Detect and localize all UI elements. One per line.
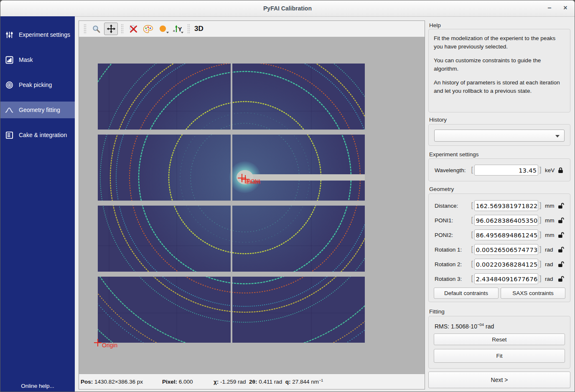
svg-text:a: a: [173, 29, 175, 33]
sidebar-item-label: Mask: [19, 56, 33, 63]
zoom-tool-button[interactable]: [89, 23, 103, 35]
lock-open-icon[interactable]: [558, 276, 565, 282]
palette-icon: [143, 25, 153, 33]
status-pixel: Pixel: 6.000: [162, 379, 193, 385]
sidebar-item-cake-integration[interactable]: Cake & integration: [0, 127, 75, 143]
peak-curve-icon: [5, 106, 13, 114]
wavelength-input[interactable]: 13.45: [474, 165, 539, 176]
mask-icon: [5, 56, 13, 64]
poni-label: PONI: [247, 178, 260, 184]
reset-button[interactable]: Reset: [434, 333, 565, 345]
rotation-3-input[interactable]: 2.43484091677676: [474, 273, 539, 284]
poni2-label: PONI2:: [435, 232, 471, 238]
sidebar-item-experiment-settings[interactable]: Experiment settings: [0, 26, 75, 43]
orange-circle-icon: [159, 25, 167, 33]
fitting-box: RMS: 1.5068·10−04 rad Reset Fit: [428, 316, 570, 369]
lock-open-icon[interactable]: [558, 217, 565, 224]
next-button[interactable]: Next >: [428, 372, 570, 388]
pan-icon: [107, 24, 116, 33]
help-paragraph: You can customize constraints to guide t…: [434, 56, 565, 73]
cake-icon: [5, 131, 13, 139]
y-axis-scale-button[interactable]: a Y: [170, 23, 184, 35]
wavelength-label: Wavelength:: [435, 167, 471, 173]
rms-value: RMS: 1.5068·10−04 rad: [435, 322, 494, 330]
wavelength-unit: keV: [545, 167, 557, 173]
poni1-input[interactable]: 96.0628386405350: [474, 215, 539, 226]
dropdown-arrow-icon: [181, 32, 183, 33]
rings-icon: [5, 81, 13, 89]
toolbar-drag-handle[interactable]: [187, 24, 190, 34]
poni2-row: PONI2:[86.4956894861245]mm: [435, 229, 565, 241]
diffraction-image[interactable]: Beam PONI Origin: [79, 37, 425, 375]
red-cross-magnifier-icon: [129, 24, 138, 34]
lock-open-icon[interactable]: [558, 232, 565, 238]
experiment-section-title: Experiment settings: [429, 151, 479, 158]
online-help-link[interactable]: Online help...: [0, 383, 75, 389]
plot-canvas[interactable]: Beam PONI Origin: [79, 37, 425, 375]
geometry-box: Distance:[162.569381971822]mmPONI1:[96.0…: [428, 193, 570, 302]
rotation-1-row: Rotation 1:[0.00526506574773]rad: [435, 244, 565, 255]
minimize-button[interactable]: –: [544, 0, 555, 16]
sidebar-item-label: Peak picking: [19, 81, 52, 88]
poni2-unit: mm: [545, 232, 557, 238]
rotation-1-input[interactable]: 0.00526506574773: [474, 244, 539, 255]
poni2-input[interactable]: 86.4956894861245: [474, 229, 539, 240]
status-pos: Pos: 1430.82×386.36 px: [81, 379, 143, 385]
poni1-unit: mm: [545, 217, 557, 224]
close-button[interactable]: ×: [560, 0, 570, 16]
toolbar-drag-handle[interactable]: [121, 24, 124, 34]
origin-label: Origin: [102, 342, 117, 349]
dropdown-arrow-icon: [166, 32, 169, 33]
poni1-row: PONI1:[96.0628386405350]mm: [435, 214, 565, 226]
rotation-2-input[interactable]: 0.00220368284125: [474, 259, 539, 270]
lock-closed-icon[interactable]: [558, 167, 565, 173]
fitting-section-title: Fitting: [429, 308, 445, 315]
history-combobox[interactable]: [434, 130, 565, 142]
lock-open-icon[interactable]: [558, 261, 565, 267]
lock-open-icon[interactable]: [558, 203, 565, 209]
rotation-1-label: Rotation 1:: [435, 247, 471, 253]
statusbar: Pos: 1430.82×386.36 px Pixel: 6.000 χ: -…: [79, 374, 425, 389]
colormap-button[interactable]: [141, 23, 155, 35]
titlebar: PyFAI Calibration – ×: [0, 0, 575, 17]
marker-color-button[interactable]: [156, 23, 170, 35]
experiment-box: Wavelength: [ 13.45 ] keV: [428, 158, 570, 181]
sidebar-item-label: Geometry fitting: [19, 107, 60, 113]
status-angles: χ: -1.259 rad 2θ: 0.411 rad q: 27.844 nm…: [214, 378, 323, 385]
sidebar-item-label: Experiment settings: [19, 31, 70, 38]
rotation-1-unit: rad: [545, 247, 557, 253]
distance-row: Distance:[162.569381971822]mm: [435, 200, 565, 211]
pan-tool-button[interactable]: [104, 23, 118, 35]
wavelength-row: Wavelength: [ 13.45 ] keV: [435, 164, 565, 176]
geometry-section-title: Geometry: [429, 186, 454, 192]
reset-zoom-button[interactable]: [127, 23, 140, 35]
magnifier-icon: [92, 25, 101, 33]
sidebar: Experiment settingsMaskPeak pickingGeome…: [0, 16, 75, 392]
app-window: PyFAI Calibration – × Experiment setting…: [0, 0, 575, 392]
rotation-3-unit: rad: [545, 276, 557, 282]
toolbar-drag-handle[interactable]: [84, 24, 87, 34]
help-paragraph: Fit the modelization of the experient to…: [434, 34, 565, 51]
sidebar-item-peak-picking[interactable]: Peak picking: [0, 76, 75, 93]
sidebar-item-mask[interactable]: Mask: [0, 51, 75, 68]
beamstop-arm: [252, 174, 365, 181]
saxs-constraints-button[interactable]: SAXS contraints: [501, 288, 565, 299]
help-paragraph: An history of parameters is stored at ea…: [434, 79, 565, 95]
sidebar-item-geometry-fitting[interactable]: Geometry fitting: [0, 102, 75, 118]
poni1-label: PONI1:: [435, 217, 471, 224]
plot-toolbar: a Y 3D: [79, 21, 425, 37]
sidebar-item-label: Cake & integration: [19, 132, 67, 138]
fit-button[interactable]: Fit: [434, 349, 565, 363]
lock-open-icon[interactable]: [558, 247, 565, 253]
default-constraints-button[interactable]: Default contraints: [434, 288, 499, 299]
3d-view-button[interactable]: 3D: [194, 25, 204, 33]
help-section-title: Help: [429, 22, 441, 28]
distance-input[interactable]: 162.569381971822: [474, 200, 539, 211]
sliders-icon: [5, 31, 13, 39]
distance-unit: mm: [545, 203, 557, 209]
rotation-2-unit: rad: [545, 261, 557, 267]
history-box: [428, 124, 570, 146]
rotation-3-label: Rotation 3:: [435, 276, 471, 282]
window-title: PyFAI Calibration: [0, 0, 575, 16]
rotation-2-row: Rotation 2:[0.00220368284125]rad: [435, 258, 565, 270]
